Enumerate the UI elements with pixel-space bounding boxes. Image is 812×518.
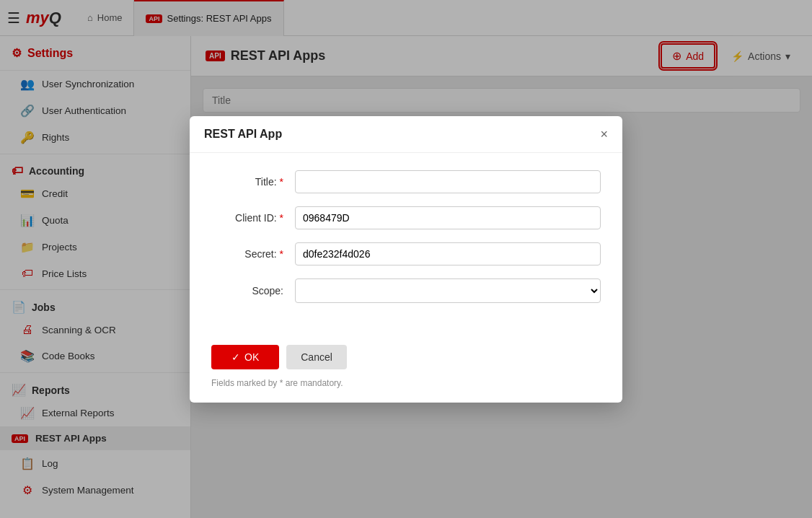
title-label: Title: * [211, 176, 283, 188]
ok-button[interactable]: ✓ OK [211, 345, 279, 369]
secret-input[interactable] [295, 242, 601, 265]
scope-field-row: Scope: [211, 278, 601, 303]
client-id-field-row: Client ID: * [211, 206, 601, 229]
secret-field-row: Secret: * [211, 242, 601, 265]
modal-body: Title: * Client ID: * Secret: * [190, 153, 622, 333]
scope-select[interactable] [295, 278, 601, 303]
title-required-marker: * [280, 176, 283, 188]
title-input[interactable] [295, 170, 601, 193]
client-id-input[interactable] [295, 206, 601, 229]
modal-overlay: REST API App × Title: * Client ID: * [0, 0, 812, 518]
title-field-row: Title: * [211, 170, 601, 193]
modal-close-button[interactable]: × [600, 128, 608, 141]
client-id-required-marker: * [280, 212, 283, 224]
checkmark-icon: ✓ [231, 351, 240, 363]
mandatory-note: Fields marked by * are mandatory. [211, 378, 343, 388]
client-id-label: Client ID: * [211, 212, 283, 224]
modal-footer: ✓ OK Cancel Fields marked by * are manda… [190, 333, 622, 403]
modal-title: REST API App [204, 128, 282, 141]
modal-buttons: ✓ OK Cancel [211, 345, 347, 369]
secret-required-marker: * [280, 248, 283, 260]
modal-header: REST API App × [190, 116, 622, 153]
rest-api-app-modal: REST API App × Title: * Client ID: * [190, 116, 622, 403]
secret-label: Secret: * [211, 248, 283, 260]
scope-label: Scope: [211, 285, 283, 297]
cancel-button[interactable]: Cancel [286, 345, 347, 369]
